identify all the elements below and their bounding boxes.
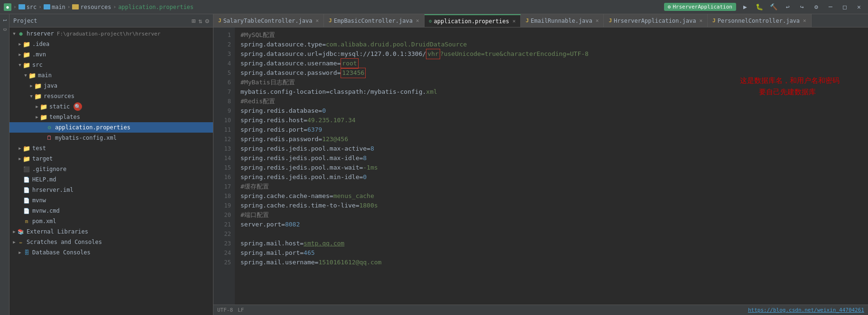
- tree-item-test[interactable]: ▶ 📁 test: [9, 143, 213, 153]
- root-arrow: ▼: [11, 31, 17, 36]
- breadcrumb-main[interactable]: main: [44, 4, 65, 10]
- annotation-line1: 这是数据库名，和用户名和密码: [740, 75, 840, 86]
- close-button[interactable]: ✕: [854, 2, 864, 12]
- line14-key: spring.redis.jedis.pool.max-idle=: [240, 153, 363, 163]
- tree-item-root[interactable]: ▼ ● hrserver F:\graduation-project\hr\hr…: [9, 28, 213, 39]
- tab-props-icon: ⚙: [429, 18, 432, 24]
- tab-app-props[interactable]: ⚙ application.properties ✕: [425, 14, 521, 27]
- tab-personnel-close[interactable]: ✕: [803, 18, 806, 24]
- dbconsoles-arrow: ▶: [17, 250, 23, 255]
- code-editor[interactable]: #MySQL配置 spring.datasource.type=com.alib…: [235, 27, 868, 305]
- line19-val: 1800s: [359, 201, 378, 210]
- tree-item-pom[interactable]: ▶ m pom.xml: [9, 216, 213, 226]
- line24-key: spring.mail.port=: [240, 248, 304, 258]
- code-line-21: server.port=8082: [240, 220, 868, 229]
- tree-item-app-props[interactable]: ▶ ⚙ application.properties: [9, 122, 213, 133]
- tab-salary-close[interactable]: ✕: [315, 18, 319, 24]
- templates-folder-icon: 📁: [40, 113, 47, 121]
- tree-item-scratches[interactable]: ▶ ✏ Scratches and Consoles: [9, 237, 213, 247]
- tree-item-mvnw-cmd[interactable]: ▶ 📄 mvnw.cmd: [9, 206, 213, 216]
- folder-resources-icon: [72, 4, 79, 9]
- project-panel-expand-btn[interactable]: ⊞: [192, 17, 195, 25]
- breadcrumb-resources[interactable]: resources: [72, 4, 111, 10]
- line3-key: spring.datasource.url=jdbc:mysql://127.0…: [240, 49, 426, 59]
- project-icon: ●: [4, 3, 11, 11]
- dbconsoles-label: Database Consoles: [32, 249, 91, 256]
- line10-key: spring.redis.host=: [240, 116, 307, 125]
- java-arrow: ▶: [28, 83, 34, 89]
- tree-item-gitignore[interactable]: ▶ ⬛ .gitignore: [9, 164, 213, 174]
- tab-salary-label: SalaryTableController.java: [223, 18, 313, 24]
- settings-button[interactable]: ⚙: [811, 2, 822, 12]
- code-annotation: 这是数据库名，和用户名和密码 要自己先建数据库: [740, 75, 840, 98]
- breadcrumb-src[interactable]: src: [18, 4, 37, 10]
- mvn-folder-icon: 📁: [23, 51, 30, 58]
- code-line-10: spring.redis.host=49.235.107.34: [240, 116, 868, 125]
- db-browser-icon[interactable]: D: [0, 26, 9, 34]
- tab-emp-close[interactable]: ✕: [416, 18, 419, 24]
- line3-rest: ?useUnicode=true&characterEncoding=UTF-8: [440, 49, 589, 59]
- maximize-button[interactable]: □: [840, 2, 850, 12]
- line9-val: 0: [322, 106, 326, 116]
- project-panel-sort-btn[interactable]: ⇅: [198, 17, 202, 25]
- java-folder-icon: 📁: [34, 82, 42, 90]
- tree-item-dbconsoles[interactable]: ▶ 🗄 Database Consoles: [9, 247, 213, 258]
- code-line-1: #MySQL配置: [240, 30, 868, 40]
- tree-item-mvn[interactable]: ▶ 📁 .mvn: [9, 49, 213, 60]
- tab-personnel-icon: J: [712, 18, 716, 24]
- java-label: java: [44, 82, 57, 89]
- resources-arrow: ▼: [28, 93, 34, 99]
- tree-item-mybatis[interactable]: ▶ 🗒 mybatis-config.xml: [9, 133, 213, 143]
- undo-button[interactable]: ↩: [783, 2, 793, 12]
- line18-val: menus_cache: [333, 191, 374, 201]
- tabs-bar: J SalaryTableController.java ✕ J EmpBasi…: [213, 14, 868, 27]
- run-button[interactable]: ▶: [740, 2, 750, 12]
- tree-item-static[interactable]: ▶ 📁 static 🔍: [9, 101, 213, 112]
- tab-email-icon: J: [526, 18, 529, 24]
- root-icon: ●: [17, 30, 25, 37]
- tree-item-extlibs[interactable]: ▶ 📚 External Libraries: [9, 226, 213, 237]
- run-config[interactable]: ⚙ HrserverApplication: [664, 3, 736, 11]
- bottom-bar: UTF-8 LF https://blog.csdn.net/weixin_44…: [213, 305, 868, 315]
- tree-item-java[interactable]: ▶ 📁 java: [9, 81, 213, 91]
- tab-emp-icon: J: [329, 18, 332, 24]
- redo-button[interactable]: ↪: [797, 2, 807, 12]
- extlibs-icon: 📚: [17, 228, 25, 235]
- tree-item-templates[interactable]: ▶ 📁 templates: [9, 112, 213, 122]
- tree-item-mvnw[interactable]: ▶ 📄 mvnw: [9, 195, 213, 206]
- tab-personnel-label: PersonnelController.java: [718, 18, 800, 24]
- debug-button[interactable]: 🐛: [754, 2, 765, 12]
- minimize-button[interactable]: ─: [825, 2, 836, 12]
- mvnw-cmd-label: mvnw.cmd: [32, 207, 60, 214]
- tab-email-runnable[interactable]: J EmailRunnable.java ✕: [521, 14, 604, 27]
- project-panel-settings-btn[interactable]: ⚙: [205, 17, 209, 25]
- tree-item-helpmd[interactable]: ▶ 📄 HELP.md: [9, 174, 213, 185]
- tab-email-close[interactable]: ✕: [596, 18, 599, 24]
- tab-salary-controller[interactable]: J SalaryTableController.java ✕: [213, 14, 324, 27]
- mvnw-icon: 📄: [23, 197, 30, 204]
- tree-item-iml[interactable]: ▶ 📄 hrserver.iml: [9, 185, 213, 195]
- editor-area: J SalaryTableController.java ✕ J EmpBasi…: [213, 14, 868, 315]
- tree-item-idea[interactable]: ▶ 📁 .idea: [9, 39, 213, 49]
- tab-emp-controller[interactable]: J EmpBasicController.java ✕: [324, 14, 424, 27]
- code-line-19: spring.cache.redis.time-to-live=1800s: [240, 201, 868, 210]
- tree-item-main[interactable]: ▼ 📁 main: [9, 70, 213, 81]
- tree-item-resources[interactable]: ▼ 📁 resources: [9, 91, 213, 101]
- line8-text: #Redis配置: [240, 97, 275, 106]
- tab-props-close[interactable]: ✕: [513, 18, 516, 24]
- project-tab-icon[interactable]: 1: [0, 16, 9, 25]
- idea-label: .idea: [32, 41, 49, 47]
- code-line-25: spring.mail.username=1510161612@qq.com: [240, 258, 868, 267]
- line10-val: 49.235.107.34: [307, 116, 356, 125]
- tree-item-target[interactable]: ▶ 📁 target: [9, 153, 213, 164]
- tree-item-src[interactable]: ▼ 📁 src: [9, 60, 213, 70]
- run-config-icon: ⚙: [668, 4, 671, 10]
- build-button[interactable]: 🔨: [768, 2, 779, 12]
- tab-hrserver-app[interactable]: J HrserverApplication.java ✕: [604, 14, 708, 27]
- mybatis-icon: 🗒: [46, 134, 53, 142]
- breadcrumb-resources-label: resources: [80, 4, 111, 10]
- line2-val: com.alibaba.druid.pool.DruidDataSource: [326, 40, 467, 49]
- tab-hrserver-close[interactable]: ✕: [699, 18, 702, 24]
- blog-link[interactable]: https://blog.csdn.net/weixin_44704261: [748, 307, 864, 313]
- tab-personnel-controller[interactable]: J PersonnelController.java ✕: [708, 14, 812, 27]
